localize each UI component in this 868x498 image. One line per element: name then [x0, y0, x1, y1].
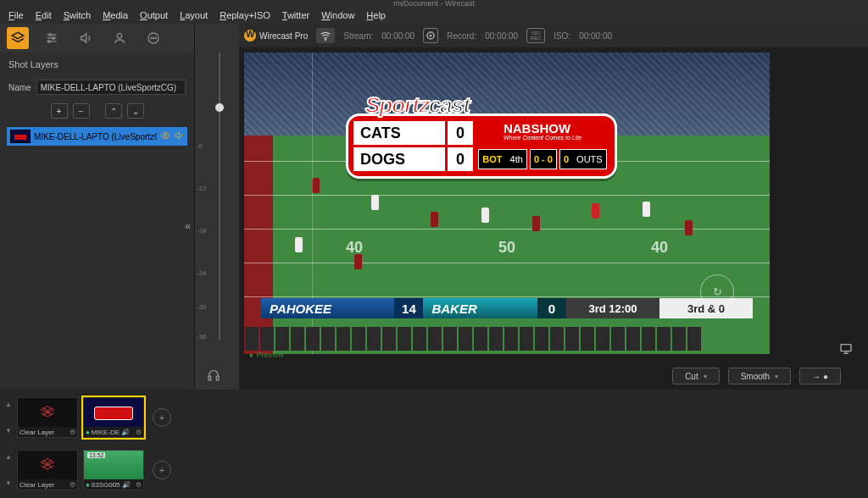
layer-up-button[interactable]: ⌃: [105, 103, 122, 119]
menu-help[interactable]: Help: [361, 8, 391, 22]
shot-camera[interactable]: ●83SG005🔊⚙: [83, 450, 144, 490]
wirecast-brand: Wirecast Pro: [244, 30, 308, 42]
add-shot-button[interactable]: +: [153, 461, 171, 479]
sb-row1-score: 0: [448, 121, 473, 145]
preview-label: Preview: [249, 351, 284, 359]
layer-name-input[interactable]: [36, 80, 186, 95]
row-up-icon[interactable]: ▲: [5, 453, 12, 461]
sb-count: 0 - 0: [530, 149, 557, 169]
audio-tab-icon[interactable]: [75, 27, 97, 49]
headphones-icon[interactable]: [207, 368, 220, 385]
svg-point-10: [151, 37, 152, 38]
preview-canvas[interactable]: 40 50 40: [244, 53, 770, 354]
svg-marker-7: [81, 34, 86, 43]
wirecast-logo-icon: [244, 30, 256, 42]
lt-team2-name: BAKER: [423, 298, 537, 318]
stream-label: Stream:: [343, 31, 373, 41]
layer-item-label: MIKE-DELL-LAPTO (LiveSportzCG): [34, 132, 157, 141]
menu-replay[interactable]: Replay+ISO: [214, 8, 275, 22]
audio-slider-thumb[interactable]: [215, 103, 224, 112]
audio-mini-icon: 🔊: [121, 429, 130, 436]
menu-edit[interactable]: Edit: [31, 8, 57, 22]
stream-time: 00:00:00: [381, 31, 415, 41]
shot-mike-dell[interactable]: ●MIKE-DE🔊⚙: [83, 397, 144, 438]
add-layer-button[interactable]: +: [51, 103, 68, 119]
audio-icon[interactable]: [174, 130, 184, 142]
iso-time: 00:00:00: [579, 31, 612, 41]
gear-icon[interactable]: ⚙: [136, 481, 142, 489]
menu-window[interactable]: Window: [316, 8, 359, 22]
svg-rect-15: [209, 376, 211, 380]
svg-point-8: [117, 34, 121, 38]
svg-point-19: [430, 35, 432, 37]
remove-layer-button[interactable]: −: [73, 103, 90, 119]
sb-row2-name: DOGS: [353, 147, 445, 171]
menu-layout[interactable]: Layout: [175, 8, 213, 22]
shots-strip: ▲▼ Clear Layer⚙ ●MIKE-DE🔊⚙ + ▲▼ Clear La…: [0, 390, 868, 498]
iso-rec-button[interactable]: ISOREC: [526, 28, 545, 43]
cut-button[interactable]: Cut▾: [672, 368, 720, 385]
sb-inning: BOT 4th: [478, 149, 527, 169]
transition-controls: Cut▾ Smooth▾ → ●: [239, 362, 868, 390]
bottom-people-row: [244, 327, 770, 351]
svg-point-13: [164, 135, 167, 137]
visibility-icon[interactable]: [160, 130, 170, 142]
status-bar: Wirecast Pro Stream: 00:00:00 Record: 00…: [239, 24, 868, 47]
shot-layers-panel: Shot Layers Name + − ⌃ ⌄ MIKE-DELL-LAPTO…: [0, 24, 195, 390]
gear-icon[interactable]: ⚙: [70, 481, 75, 489]
menu-media[interactable]: Media: [97, 8, 133, 22]
svg-point-17: [326, 39, 326, 40]
menu-twitter[interactable]: Twitter: [277, 8, 314, 22]
layers-tab-icon[interactable]: [7, 27, 29, 49]
row-up-icon[interactable]: ▲: [5, 401, 12, 408]
adjust-tab-icon[interactable]: [41, 27, 63, 49]
add-shot-button[interactable]: +: [153, 408, 171, 427]
lower-third-scorebug: PAHOKEE 14 BAKER 0 3rd 12:00 3rd & 0: [261, 298, 753, 318]
loop-play-icon[interactable]: ↻: [700, 274, 734, 308]
menu-switch[interactable]: Switch: [58, 8, 96, 22]
audio-mini-icon: 🔊: [122, 481, 131, 489]
wifi-icon[interactable]: [316, 28, 335, 43]
clear-layer-shot[interactable]: Clear Layer⚙: [17, 397, 78, 438]
record-label: Record:: [447, 31, 476, 41]
sb-row1-name: CATS: [353, 121, 445, 145]
person-tab-icon[interactable]: [108, 27, 131, 49]
smooth-button[interactable]: Smooth▾: [728, 368, 791, 385]
gear-icon[interactable]: ⚙: [136, 429, 142, 436]
svg-rect-20: [841, 345, 851, 351]
menu-file[interactable]: File: [3, 8, 29, 22]
svg-marker-14: [175, 132, 180, 139]
record-time: 00:00:00: [485, 31, 518, 41]
svg-point-11: [153, 37, 153, 38]
window-titlebar: myDocument - Wirecast: [0, 0, 868, 7]
nabshow-logo: NABSHOW Where Content Comes to Life: [504, 124, 581, 142]
collapse-left-icon[interactable]: «: [185, 220, 191, 232]
sportzcast-scoreboard: Sportzcast CATS 0 NABSHOW Where Content …: [346, 113, 617, 179]
svg-rect-16: [216, 376, 219, 380]
gear-icon[interactable]: ⚙: [70, 429, 75, 436]
svg-point-12: [155, 37, 156, 38]
audio-meter: -6 -12 -18 -24 -30 -36: [195, 24, 239, 390]
sb-row2-score: 0: [448, 147, 473, 171]
row-down-icon[interactable]: ▼: [5, 479, 12, 487]
row-down-icon[interactable]: ▼: [5, 427, 12, 434]
layer-item[interactable]: MIKE-DELL-LAPTO (LiveSportzCG): [7, 127, 187, 146]
menu-output[interactable]: Output: [135, 8, 173, 22]
layer-thumb: [10, 130, 31, 143]
name-label: Name: [8, 83, 31, 92]
lt-team1-name: PAHOKEE: [261, 298, 394, 318]
lt-team1-score: 14: [394, 298, 423, 318]
svg-marker-0: [12, 32, 24, 39]
record-button[interactable]: [423, 28, 438, 43]
shot-layers-header: Shot Layers: [0, 53, 194, 75]
clear-layer-shot[interactable]: Clear Layer⚙: [17, 450, 78, 490]
monitor-icon[interactable]: [839, 342, 853, 357]
iso-label: ISO:: [554, 31, 570, 41]
go-button[interactable]: → ●: [799, 368, 841, 385]
more-tab-icon[interactable]: [142, 27, 164, 49]
lt-quarter-clock: 3rd 12:00: [566, 298, 659, 318]
lt-team2-score: 0: [537, 298, 566, 318]
sb-outs: 0 OUTS: [559, 149, 607, 169]
menubar: File Edit Switch Media Output Layout Rep…: [0, 7, 868, 24]
layer-down-button[interactable]: ⌄: [127, 103, 144, 119]
